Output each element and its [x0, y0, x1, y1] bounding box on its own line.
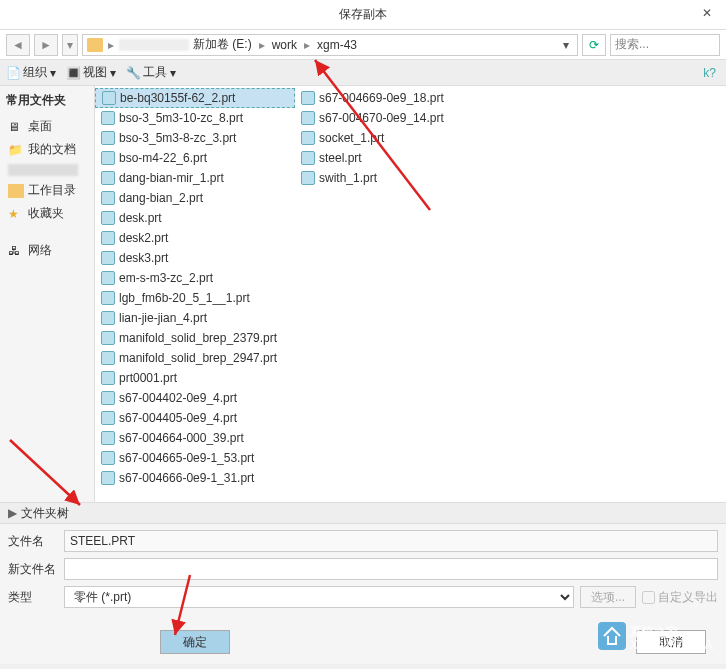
file-item[interactable]: be-bq30155f-62_2.prt	[95, 88, 295, 108]
file-item[interactable]: swith_1.prt	[295, 168, 495, 188]
file-icon	[301, 111, 315, 125]
file-icon	[101, 331, 115, 345]
file-name: s67-004666-0e9-1_31.prt	[119, 471, 254, 485]
file-item[interactable]: s67-004665-0e9-1_53.prt	[95, 448, 295, 468]
chevron-right-icon: ▸	[301, 38, 313, 52]
sidebar-item-network[interactable]: 🖧 网络	[2, 239, 92, 262]
title-bar: 保存副本 ✕	[0, 0, 726, 30]
file-item[interactable]: s67-004402-0e9_4.prt	[95, 388, 295, 408]
filename-row: 文件名 STEEL.PRT	[8, 530, 718, 552]
nav-history-dropdown[interactable]: ▾	[62, 34, 78, 56]
file-icon	[101, 291, 115, 305]
sidebar-item-workdir[interactable]: 工作目录	[2, 179, 92, 202]
file-item[interactable]: dang-bian-mir_1.prt	[95, 168, 295, 188]
file-icon	[101, 431, 115, 445]
file-item[interactable]: s67-004666-0e9-1_31.prt	[95, 468, 295, 488]
svg-text:XITONGZHIJIA.NET: XITONGZHIJIA.NET	[630, 638, 716, 652]
file-item[interactable]: lian-jie-jian_4.prt	[95, 308, 295, 328]
file-item[interactable]: prt0001.prt	[95, 368, 295, 388]
breadcrumb-seg-0[interactable]: work	[270, 38, 299, 52]
file-name: s67-004402-0e9_4.prt	[119, 391, 237, 405]
file-item[interactable]: dang-bian_2.prt	[95, 188, 295, 208]
file-name: desk2.prt	[119, 231, 168, 245]
file-name: s67-004664-000_39.prt	[119, 431, 244, 445]
file-name: dang-bian_2.prt	[119, 191, 203, 205]
nav-forward-button[interactable]: ►	[34, 34, 58, 56]
newname-input[interactable]	[64, 558, 718, 580]
chevron-down-icon: ▾	[170, 66, 176, 80]
file-icon	[101, 451, 115, 465]
file-icon	[301, 151, 315, 165]
file-item[interactable]: desk3.prt	[95, 248, 295, 268]
chevron-right-icon: ▸	[105, 38, 117, 52]
folder-tree-toggle[interactable]: ▶ 文件夹树	[0, 502, 726, 524]
search-input[interactable]: 搜索...	[610, 34, 720, 56]
tools-menu[interactable]: 🔧 工具 ▾	[126, 64, 176, 81]
watermark: 系统之家 XITONGZHIJIA.NET	[596, 616, 716, 659]
close-icon[interactable]: ✕	[702, 6, 718, 22]
file-icon	[301, 131, 315, 145]
breadcrumb-drive[interactable]: 新加卷 (E:)	[191, 36, 254, 53]
desktop-icon: 🖥	[8, 120, 24, 134]
file-icon	[101, 391, 115, 405]
breadcrumb-seg-1[interactable]: xgm-43	[315, 38, 359, 52]
file-icon	[101, 131, 115, 145]
file-column-1: be-bq30155f-62_2.prtbso-3_5m3-10-zc_8.pr…	[95, 88, 295, 500]
nav-back-button[interactable]: ◄	[6, 34, 30, 56]
file-item[interactable]: manifold_solid_brep_2947.prt	[95, 348, 295, 368]
views-icon: 🔳	[66, 66, 80, 80]
file-icon	[301, 91, 315, 105]
file-name: bso-3_5m3-10-zc_8.prt	[119, 111, 243, 125]
newname-label: 新文件名	[8, 561, 58, 578]
sidebar-item-documents[interactable]: 📁 我的文档	[2, 138, 92, 161]
breadcrumb-dropdown-icon[interactable]: ▾	[563, 38, 573, 52]
file-column-2: s67-004669-0e9_18.prts67-004670-0e9_14.p…	[295, 88, 495, 500]
file-item[interactable]: desk.prt	[95, 208, 295, 228]
search-placeholder: 搜索...	[615, 36, 649, 53]
file-item[interactable]: s67-004670-0e9_14.prt	[295, 108, 495, 128]
file-name: prt0001.prt	[119, 371, 177, 385]
file-name: bso-3_5m3-8-zc_3.prt	[119, 131, 236, 145]
file-name: s67-004669-0e9_18.prt	[319, 91, 444, 105]
breadcrumb[interactable]: ▸ 新加卷 (E:) ▸ work ▸ xgm-43 ▾	[82, 34, 578, 56]
ok-button[interactable]: 确定	[160, 630, 230, 654]
file-icon	[101, 231, 115, 245]
documents-icon: 📁	[8, 143, 24, 157]
sidebar-item-favorites[interactable]: ★ 收藏夹	[2, 202, 92, 225]
file-item[interactable]: bso-3_5m3-8-zc_3.prt	[95, 128, 295, 148]
refresh-button[interactable]: ⟳	[582, 34, 606, 56]
folder-icon	[8, 184, 24, 198]
type-select[interactable]: 零件 (*.prt)	[64, 586, 574, 608]
star-icon: ★	[8, 207, 24, 221]
file-item[interactable]: bso-3_5m3-10-zc_8.prt	[95, 108, 295, 128]
file-name: desk3.prt	[119, 251, 168, 265]
type-label: 类型	[8, 589, 58, 606]
chevron-down-icon: ▾	[50, 66, 56, 80]
filename-label: 文件名	[8, 533, 58, 550]
file-name: s67-004665-0e9-1_53.prt	[119, 451, 254, 465]
file-item[interactable]: s67-004669-0e9_18.prt	[295, 88, 495, 108]
blurred-segment	[119, 39, 189, 51]
network-icon: 🖧	[8, 244, 24, 258]
sidebar-item-desktop[interactable]: 🖥 桌面	[2, 115, 92, 138]
file-icon	[101, 271, 115, 285]
file-item[interactable]: socket_1.prt	[295, 128, 495, 148]
file-item[interactable]: lgb_fm6b-20_5_1__1.prt	[95, 288, 295, 308]
file-name: swith_1.prt	[319, 171, 377, 185]
help-icon[interactable]: k?	[703, 66, 716, 80]
file-item[interactable]: s67-004405-0e9_4.prt	[95, 408, 295, 428]
file-name: desk.prt	[119, 211, 162, 225]
file-item[interactable]: bso-m4-22_6.prt	[95, 148, 295, 168]
file-item[interactable]: manifold_solid_brep_2379.prt	[95, 328, 295, 348]
file-item[interactable]: steel.prt	[295, 148, 495, 168]
file-item[interactable]: desk2.prt	[95, 228, 295, 248]
organize-menu[interactable]: 📄 组织 ▾	[6, 64, 56, 81]
file-name: em-s-m3-zc_2.prt	[119, 271, 213, 285]
file-item[interactable]: em-s-m3-zc_2.prt	[95, 268, 295, 288]
expand-right-icon: ▶	[8, 506, 17, 520]
file-list: be-bq30155f-62_2.prtbso-3_5m3-10-zc_8.pr…	[95, 86, 726, 502]
sidebar-item-blur[interactable]	[2, 161, 92, 179]
file-name: lian-jie-jian_4.prt	[119, 311, 207, 325]
file-item[interactable]: s67-004664-000_39.prt	[95, 428, 295, 448]
views-menu[interactable]: 🔳 视图 ▾	[66, 64, 116, 81]
